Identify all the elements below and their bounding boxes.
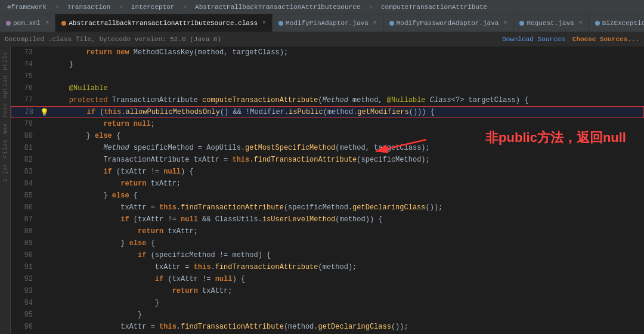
line-content-89: } else { <box>49 237 155 249</box>
tab-request-label: Request.java <box>527 20 574 27</box>
line-content-92: if (txAttr != null) { <box>49 273 245 285</box>
sidebar-label-mav: mav <box>2 123 8 134</box>
tab-modifypwd-close[interactable]: × <box>503 20 507 26</box>
tab-modifypwd-label: ModifyPasswordAdaptor.java <box>397 20 499 27</box>
line-num-86: 86 <box>11 203 38 212</box>
gutter-78: 💡 <box>38 108 50 117</box>
code-lines: 73 return new MethodClassKey(method, tar… <box>11 47 644 333</box>
nav-computeattr[interactable]: computeTransactionAttribute <box>377 2 491 12</box>
top-nav: #framework > Transaction > Interceptor >… <box>0 0 644 14</box>
line-num-91: 91 <box>11 263 38 271</box>
line-num-95: 95 <box>11 311 38 319</box>
decompile-info: Decompiled .class file, bytecode version… <box>5 36 221 43</box>
line-num-89: 89 <box>11 239 38 248</box>
line-content-87: if (txAttr != null && ClassUtils.isUserL… <box>49 214 383 225</box>
code-line-95: 95 } <box>11 309 644 321</box>
sidebar-label-utils: utils <box>2 51 8 70</box>
left-sidebar: utils option resc mav Files 1.jar <box>0 47 11 334</box>
line-num-85: 85 <box>11 191 38 200</box>
code-line-87: 87 if (txAttr != null && ClassUtils.isUs… <box>11 214 644 225</box>
request-dot <box>519 21 524 26</box>
line-num-96: 96 <box>11 323 38 331</box>
editor-area: utils option resc mav Files 1.jar 73 ret… <box>0 47 644 334</box>
line-num-81: 81 <box>11 144 38 152</box>
line-content-93: return txAttr; <box>49 285 232 297</box>
line-num-74: 74 <box>11 60 38 69</box>
download-sources-link[interactable]: Download Sources <box>502 36 565 43</box>
line-content-91: txAttr = this.findTransactionAttribute(m… <box>49 261 357 273</box>
line-content-83: if (txAttr != null) { <box>49 166 194 178</box>
bizex-dot <box>595 21 600 26</box>
line-num-78: 78 <box>11 108 38 116</box>
tab-pom-label: pom.xml <box>13 20 41 27</box>
line-content-94: } <box>49 297 159 309</box>
pom-dot <box>6 21 11 26</box>
modifypin-dot <box>278 21 283 26</box>
code-line-93: 93 return txAttr; <box>11 285 644 297</box>
code-line-79: 79 return null; <box>11 118 644 130</box>
sidebar-label-files: Files <box>2 139 8 158</box>
code-line-73: 73 return new MethodClassKey(method, tar… <box>11 47 644 58</box>
line-content-73: return new MethodClassKey(method, target… <box>49 47 288 58</box>
tab-pom[interactable]: pom.xml × <box>0 14 55 32</box>
line-content-80: } else { <box>49 130 120 142</box>
abstract-dot <box>61 21 66 26</box>
code-line-85: 85 } else { <box>11 190 644 202</box>
code-line-86: 86 txAttr = this.findTransactionAttribut… <box>11 202 644 214</box>
line-num-83: 83 <box>11 168 38 176</box>
nav-framework[interactable]: #framework <box>4 2 50 12</box>
tab-request-close[interactable]: × <box>579 20 583 26</box>
line-content-74: } <box>49 58 73 70</box>
tab-bar: pom.xml × AbstractFallbackTransactionAtt… <box>0 14 644 32</box>
line-content-81: Method specificMethod = AopUtils.getMost… <box>49 142 430 154</box>
line-content-86: txAttr = this.findTransactionAttribute(s… <box>49 202 442 214</box>
line-num-93: 93 <box>11 287 38 295</box>
code-line-89: 89 } else { <box>11 237 644 249</box>
code-line-74: 74 } <box>11 58 644 70</box>
tab-modifypin-label: ModifyPinAdaptor.java <box>286 20 369 27</box>
code-line-88: 88 return txAttr; <box>11 225 644 237</box>
line-content-88: return txAttr; <box>49 225 198 237</box>
code-line-82: 82 TransactionAttribute txAttr = this.fi… <box>11 154 644 166</box>
code-line-75: 75 <box>11 70 644 82</box>
line-content-84: return txAttr; <box>49 178 181 190</box>
info-bar: Decompiled .class file, bytecode version… <box>0 32 644 47</box>
tab-bizex-label: BizException.java <box>602 20 644 27</box>
line-content-90: if (specificMethod != method) { <box>49 249 271 261</box>
tab-modifypin[interactable]: ModifyPinAdaptor.java × <box>273 14 383 32</box>
code-line-90: 90 if (specificMethod != method) { <box>11 249 644 261</box>
nav-transaction[interactable]: Transaction <box>64 2 114 12</box>
tab-abstract[interactable]: AbstractFallbackTransactionAttributeSour… <box>55 14 273 32</box>
sidebar-label-resc: resc <box>2 103 8 118</box>
tab-pom-close[interactable]: × <box>45 20 49 26</box>
tab-modifypwd[interactable]: ModifyPasswordAdaptor.java × <box>383 14 514 32</box>
tab-bizex[interactable]: BizException.java × <box>589 14 644 32</box>
line-content-76: @Nullable <box>49 82 108 94</box>
code-line-91: 91 txAttr = this.findTransactionAttribut… <box>11 261 644 273</box>
line-num-79: 79 <box>11 120 38 128</box>
code-line-78: 78 💡 if (this.allowPublicMethodsOnly() &… <box>11 106 644 118</box>
code-line-94: 94 } <box>11 297 644 309</box>
nav-interceptor[interactable]: Interceptor <box>128 2 178 12</box>
modifypwd-dot <box>389 21 394 26</box>
bulb-icon[interactable]: 💡 <box>40 108 49 117</box>
code-line-81: 81 Method specificMethod = AopUtils.getM… <box>11 142 644 154</box>
line-content-96: txAttr = this.findTransactionAttribute(m… <box>49 321 408 333</box>
line-num-76: 76 <box>11 84 38 92</box>
tab-modifypin-close[interactable]: × <box>373 20 377 26</box>
line-content-77: protected TransactionAttribute computeTr… <box>49 94 528 106</box>
code-line-77: 77 protected TransactionAttribute comput… <box>11 94 644 106</box>
tab-abstract-close[interactable]: × <box>262 20 266 26</box>
line-num-87: 87 <box>11 215 38 224</box>
tab-request[interactable]: Request.java × <box>513 14 589 32</box>
nav-abstractsource[interactable]: AbstractFallbackTransactionAttributeSour… <box>191 2 364 12</box>
sidebar-label-option: option <box>2 75 8 98</box>
choose-sources-link[interactable]: Choose Sources... <box>572 36 639 43</box>
line-num-90: 90 <box>11 251 38 259</box>
code-line-92: 92 if (txAttr != null) { <box>11 273 644 285</box>
line-content-95: } <box>49 309 142 321</box>
line-num-84: 84 <box>11 180 38 188</box>
code-line-96: 96 txAttr = this.findTransactionAttribut… <box>11 321 644 333</box>
code-container: 73 return new MethodClassKey(method, tar… <box>11 47 644 334</box>
code-line-83: 83 if (txAttr != null) { <box>11 166 644 178</box>
